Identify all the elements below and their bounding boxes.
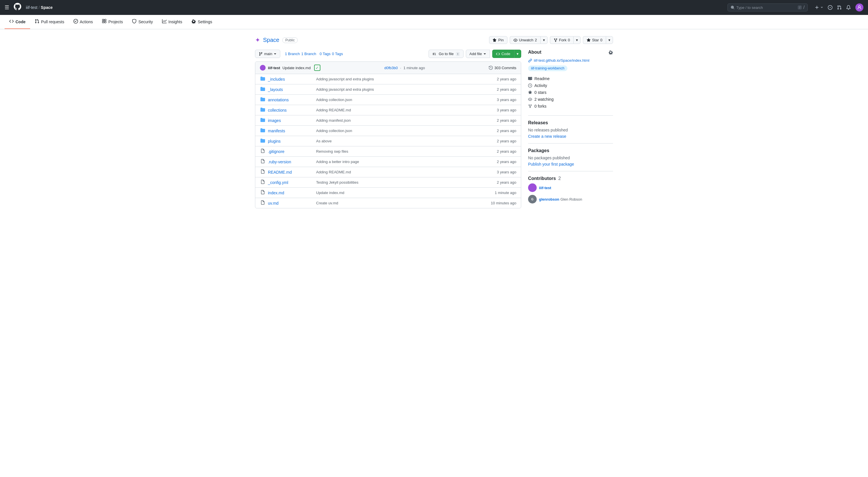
divider-3 xyxy=(528,171,613,171)
tab-code[interactable]: Code xyxy=(5,15,30,29)
code-dropdown-button[interactable]: ▾ xyxy=(514,50,521,58)
about-section: About iiif-test.github.io/Space/index.ht… xyxy=(528,50,613,109)
tag-count-link[interactable]: 0 Tags0 Tags xyxy=(319,52,343,56)
commit-count[interactable]: 303 Commits xyxy=(489,66,516,70)
about-watching[interactable]: 2 watching xyxy=(528,97,613,101)
repo-actions: Pin Unwatch 2 ▾ Fork 0 ▾ xyxy=(489,36,613,44)
star-button[interactable]: Star 0 xyxy=(583,36,606,44)
tab-insights-label: Insights xyxy=(168,20,182,24)
file-name[interactable]: images xyxy=(268,118,314,123)
topic-tag[interactable]: iiif-training-workbench xyxy=(528,65,567,71)
stars-label: 0 stars xyxy=(534,90,547,95)
file-name[interactable]: .gitignore xyxy=(268,149,314,154)
create-button[interactable] xyxy=(815,5,823,10)
pin-label: Pin xyxy=(498,38,504,42)
search-bar[interactable]: / / xyxy=(727,3,808,11)
user-avatar[interactable] xyxy=(856,3,863,11)
goto-file-button[interactable]: Go to file t xyxy=(429,50,463,58)
file-name[interactable]: README.md xyxy=(268,170,314,175)
unwatch-dropdown[interactable]: ▾ xyxy=(540,36,548,44)
file-rows-container: _includes Adding javascript and extra pl… xyxy=(255,74,521,208)
file-time: 2 years ago xyxy=(488,128,516,133)
divider-2 xyxy=(528,143,613,144)
file-commit: Create uv.md xyxy=(316,201,485,205)
settings-icon xyxy=(191,19,196,24)
github-logo xyxy=(14,3,21,12)
file-name[interactable]: _config.yml xyxy=(268,180,314,185)
file-name[interactable]: plugins xyxy=(268,139,314,144)
notifications-button[interactable] xyxy=(846,5,851,10)
tab-settings-label: Settings xyxy=(198,20,212,24)
repo-title[interactable]: Space xyxy=(263,37,279,43)
file-commit: Adding javascript and extra plugins xyxy=(316,87,485,92)
file-name[interactable]: uv.md xyxy=(268,201,314,206)
tab-pull-requests[interactable]: Pull requests xyxy=(30,15,69,29)
contributors-count: 2 xyxy=(558,176,561,181)
tab-insights[interactable]: Insights xyxy=(157,15,187,29)
readme-label: Readme xyxy=(534,76,550,81)
file-name[interactable]: .ruby-version xyxy=(268,159,314,164)
pr-button[interactable] xyxy=(837,5,842,10)
file-name[interactable]: _layouts xyxy=(268,87,314,92)
tab-security[interactable]: Security xyxy=(127,15,157,29)
about-forks[interactable]: 0 forks xyxy=(528,104,613,109)
fork-label: Fork xyxy=(559,38,566,42)
fork-stat-icon xyxy=(528,104,532,108)
unwatch-button[interactable]: Unwatch 2 xyxy=(510,36,540,44)
book-icon xyxy=(528,77,532,81)
contributor-username[interactable]: glenrobson xyxy=(539,197,559,202)
activity-label: Activity xyxy=(534,83,547,88)
about-activity[interactable]: Activity xyxy=(528,83,613,88)
file-name[interactable]: index.md xyxy=(268,190,314,195)
fork-dropdown[interactable]: ▾ xyxy=(574,36,581,44)
commit-hash[interactable]: d0fb3b0 xyxy=(384,66,398,70)
tab-projects[interactable]: Projects xyxy=(97,15,128,29)
contributors-title: Contributors 2 xyxy=(528,176,613,181)
add-file-button[interactable]: Add file xyxy=(466,50,490,58)
file-name[interactable]: _includes xyxy=(268,77,314,82)
create-release-link[interactable]: Create a new release xyxy=(528,134,566,139)
file-name[interactable]: annotations xyxy=(268,97,314,102)
contributor-username[interactable]: iiif-test xyxy=(539,186,551,190)
gear-icon[interactable] xyxy=(609,50,613,55)
file-name[interactable]: collections xyxy=(268,108,314,113)
hamburger-menu[interactable]: ☰ xyxy=(5,4,9,11)
tab-pr-label: Pull requests xyxy=(41,20,64,24)
table-row: annotations Adding collection.json 3 yea… xyxy=(255,95,521,105)
issues-button[interactable] xyxy=(828,5,832,10)
pin-button[interactable]: Pin xyxy=(489,36,507,44)
fork-button[interactable]: Fork 0 xyxy=(550,36,574,44)
star-dropdown[interactable]: ▾ xyxy=(606,36,613,44)
website-link[interactable]: iiif-test.github.io/Space/index.html xyxy=(528,58,613,63)
repo-nav: Code Pull requests Actions Projects Secu… xyxy=(0,15,868,29)
publish-package-link[interactable]: Publish your first package xyxy=(528,162,574,167)
folder-icon xyxy=(260,138,266,144)
tab-actions[interactable]: Actions xyxy=(69,15,97,29)
file-name[interactable]: manifests xyxy=(268,128,314,133)
commit-row: iiif-test Update index.md ✓ d0fb3b0 · 1 … xyxy=(255,62,521,74)
unwatch-group: Unwatch 2 ▾ xyxy=(510,36,548,44)
about-stars[interactable]: 0 stars xyxy=(528,90,613,95)
contributor-avatar xyxy=(528,183,537,192)
file-time: 2 years ago xyxy=(488,87,516,92)
commit-author[interactable]: iiif-test xyxy=(268,66,280,70)
search-input[interactable] xyxy=(736,5,796,10)
file-time: 2 years ago xyxy=(488,180,516,184)
file-time: 2 years ago xyxy=(488,159,516,164)
repo-name[interactable]: Space xyxy=(41,5,53,10)
branch-count-link[interactable]: 1 Branch1 Branch xyxy=(285,52,316,56)
commit-dot: · xyxy=(400,66,401,70)
tab-settings[interactable]: Settings xyxy=(187,15,217,29)
unwatch-count: 2 xyxy=(535,38,537,42)
folder-icon xyxy=(260,118,266,123)
file-commit: Adding collection.json xyxy=(316,97,485,102)
packages-section: Packages No packages published Publish y… xyxy=(528,148,613,167)
file-commit: Adding collection.json xyxy=(316,128,485,133)
branch-selector[interactable]: main xyxy=(255,50,280,58)
repo-owner[interactable]: iiif-test xyxy=(26,5,37,10)
code-green-button[interactable]: Code xyxy=(492,50,514,58)
repo-icon: ✦ xyxy=(255,36,260,44)
main-layout: main 1 Branch1 Branch 0 Tags0 Tags Go to… xyxy=(255,50,613,208)
file-icon xyxy=(260,200,266,206)
about-readme[interactable]: Readme xyxy=(528,76,613,81)
